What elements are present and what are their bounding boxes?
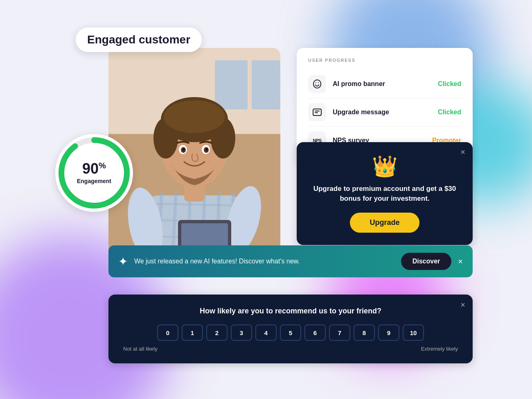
- progress-name-ai-promo: AI promo banner: [333, 80, 438, 88]
- svg-point-31: [183, 149, 185, 150]
- crown-icon: 👑: [308, 154, 461, 178]
- ai-banner-text: We just released a new AI features! Disc…: [134, 258, 394, 265]
- progress-item-upgrade: Upgrade message Clicked: [308, 98, 461, 127]
- nps-label-left: Not at all likely: [123, 346, 158, 352]
- person-photo: [108, 48, 280, 257]
- upgrade-card: × 👑 Upgrade to premium account and get a…: [297, 142, 473, 245]
- nps-question: How likely are you to recommend us to yo…: [122, 307, 460, 315]
- nps-label-right: Extremely likely: [421, 346, 458, 352]
- svg-point-26: [164, 100, 225, 133]
- discover-button[interactable]: Discover: [401, 253, 452, 270]
- nps-number-6[interactable]: 6: [304, 324, 326, 341]
- sparkle-icon: ✦: [118, 255, 128, 268]
- progress-icon-upgrade: [308, 103, 326, 121]
- nps-number-3[interactable]: 3: [231, 324, 252, 341]
- nps-number-0[interactable]: 0: [157, 324, 178, 341]
- ai-banner: ✦ We just released a new AI features! Di…: [108, 245, 473, 277]
- engagement-circle: 90% Engagement: [55, 134, 133, 212]
- nps-labels: Not at all likely Extremely likely: [122, 346, 460, 352]
- progress-name-upgrade: Upgrade message: [333, 109, 438, 116]
- progress-status-upgrade: Clicked: [438, 109, 461, 116]
- svg-point-35: [316, 82, 316, 83]
- nps-number-2[interactable]: 2: [206, 324, 228, 341]
- nps-number-1[interactable]: 1: [182, 324, 203, 341]
- svg-point-36: [318, 82, 319, 83]
- nps-card: × How likely are you to recommend us to …: [108, 295, 473, 363]
- ai-banner-close-button[interactable]: ×: [458, 257, 463, 266]
- user-progress-title: USER PROGRESS: [308, 58, 461, 63]
- main-container: Engaged customer: [51, 23, 481, 376]
- engagement-percent: 90%: [77, 161, 111, 176]
- engagement-label: Engagement: [77, 178, 111, 184]
- nps-number-9[interactable]: 9: [378, 324, 399, 341]
- engaged-customer-badge: Engaged customer: [76, 27, 202, 52]
- nps-number-10[interactable]: 10: [403, 324, 424, 341]
- progress-status-ai-promo: Clicked: [438, 80, 461, 88]
- progress-item-ai-promo: AI promo banner Clicked: [308, 70, 461, 98]
- nps-number-5[interactable]: 5: [280, 324, 301, 341]
- nps-numbers: 012345678910: [122, 324, 460, 341]
- upgrade-button[interactable]: Upgrade: [350, 213, 419, 233]
- badge-text: Engaged customer: [87, 33, 190, 46]
- engagement-text: 90% Engagement: [77, 161, 111, 184]
- svg-rect-4: [252, 60, 280, 109]
- svg-rect-3: [215, 60, 248, 109]
- nps-number-4[interactable]: 4: [255, 324, 277, 341]
- upgrade-title: Upgrade to premium account and get a $30…: [308, 184, 461, 204]
- nps-close-button[interactable]: ×: [460, 300, 465, 310]
- progress-icon-ai-promo: [308, 75, 326, 93]
- nps-number-8[interactable]: 8: [354, 324, 375, 341]
- nps-number-7[interactable]: 7: [329, 324, 350, 341]
- upgrade-close-button[interactable]: ×: [460, 148, 465, 156]
- svg-point-32: [206, 149, 207, 150]
